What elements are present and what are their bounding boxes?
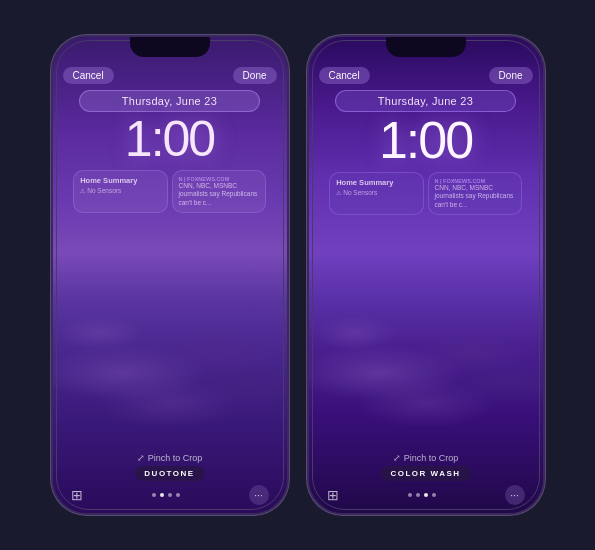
side-btn-right-left [287, 117, 289, 152]
cancel-button-right[interactable]: Cancel [319, 67, 370, 84]
date-widget-right: Thursday, June 23 [335, 90, 517, 112]
home-widget-right: Home Summary ⚠ No Sensors [329, 172, 423, 215]
done-button-right[interactable]: Done [489, 67, 533, 84]
phone-ui-left: Cancel Done Thursday, June 23 1:00 Home … [53, 37, 287, 513]
warning-icon-right: ⚠ [336, 190, 341, 198]
home-widget-left: Home Summary ⚠ No Sensors [73, 170, 167, 213]
phone-ui-right: Cancel Done Thursday, June 23 1:00 Home … [309, 37, 543, 513]
date-widget-left: Thursday, June 23 [79, 90, 261, 112]
top-buttons-right: Cancel Done [319, 67, 533, 84]
time-display-left: 1:00 [125, 114, 214, 164]
date-text-right: Thursday, June 23 [356, 95, 496, 107]
news-widget-right: N | FOXNEWS.COM CNN, NBC, MSNBC journali… [428, 172, 522, 215]
home-widget-text-left: ⚠ No Sensors [80, 187, 160, 196]
phone-left: Cancel Done Thursday, June 23 1:00 Home … [51, 35, 289, 515]
side-btn-right-right [543, 117, 545, 152]
date-text-left: Thursday, June 23 [100, 95, 240, 107]
home-widget-title-left: Home Summary [80, 176, 160, 185]
news-widget-left: N | FOXNEWS.COM CNN, NBC, MSNBC journali… [172, 170, 266, 213]
widgets-row-left: Home Summary ⚠ No Sensors N | FOXNEWS.CO… [73, 170, 266, 213]
phone-wrapper-right: Cancel Done Thursday, June 23 1:00 Home … [307, 35, 545, 515]
news-text-left: CNN, NBC, MSNBC journalists say Republic… [179, 182, 259, 207]
notch-left [130, 37, 210, 57]
time-display-right: 1:00 [379, 114, 472, 166]
warning-icon-left: ⚠ [80, 188, 85, 196]
home-widget-text-right: ⚠ No Sensors [336, 189, 416, 198]
widgets-row-right: Home Summary ⚠ No Sensors N | FOXNEWS.CO… [329, 172, 522, 215]
home-widget-body-right: No Sensors [343, 189, 377, 197]
notch-right [386, 37, 466, 57]
home-widget-title-right: Home Summary [336, 178, 416, 187]
main-container: Cancel Done Thursday, June 23 1:00 Home … [41, 25, 555, 525]
phone-wrapper-left: Cancel Done Thursday, June 23 1:00 Home … [51, 35, 289, 515]
news-text-right: CNN, NBC, MSNBC journalists say Republic… [435, 184, 515, 209]
done-button-left[interactable]: Done [233, 67, 277, 84]
cancel-button-left[interactable]: Cancel [63, 67, 114, 84]
top-buttons-left: Cancel Done [63, 67, 277, 84]
home-widget-body-left: No Sensors [87, 187, 121, 195]
phone-right: Cancel Done Thursday, June 23 1:00 Home … [307, 35, 545, 515]
